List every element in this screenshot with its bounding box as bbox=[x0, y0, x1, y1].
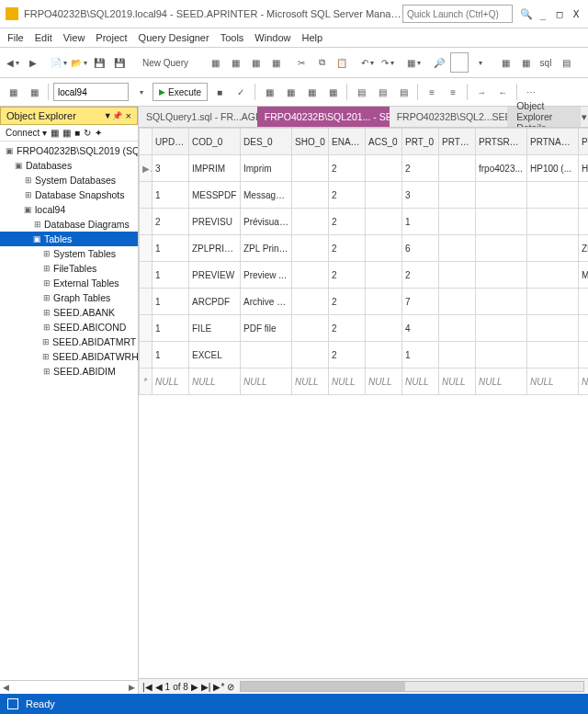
filter2-icon[interactable]: ▦ bbox=[62, 128, 71, 138]
cell[interactable]: 2 bbox=[402, 262, 439, 289]
cell[interactable]: Prévisuali... bbox=[241, 209, 292, 235]
pager-prev-icon[interactable]: ◀ bbox=[155, 682, 163, 692]
cell[interactable]: 3 bbox=[153, 155, 189, 182]
col-prtdrv[interactable]: PRTDRV_0 bbox=[579, 129, 589, 155]
cell[interactable] bbox=[366, 235, 402, 262]
find-combo[interactable] bbox=[450, 52, 469, 73]
cell[interactable] bbox=[366, 289, 402, 315]
menu-help[interactable]: Help bbox=[301, 32, 322, 43]
cell[interactable]: 6 bbox=[402, 235, 439, 262]
cell[interactable]: HP LaserJet 100 color M... bbox=[579, 155, 589, 182]
object-explorer-header[interactable]: Object Explorer ▼ 📌 × bbox=[0, 107, 138, 125]
copy-button[interactable]: ⧉ bbox=[312, 52, 331, 73]
quick-launch-input[interactable] bbox=[402, 5, 513, 23]
database-combo-dd[interactable] bbox=[131, 82, 150, 102]
cell[interactable]: NULL bbox=[476, 368, 527, 395]
cell[interactable]: Preview ... bbox=[241, 262, 292, 289]
row-selector[interactable] bbox=[140, 182, 153, 209]
cell[interactable]: 2 bbox=[329, 262, 366, 289]
cell[interactable]: NULL bbox=[292, 368, 329, 395]
pager-stop-icon[interactable]: ⊘ bbox=[227, 682, 234, 692]
maximize-button[interactable]: □ bbox=[553, 8, 566, 20]
indent-button[interactable]: → bbox=[472, 82, 491, 102]
opts-button-3[interactable]: ▦ bbox=[323, 82, 342, 102]
cell[interactable]: 2 bbox=[329, 289, 366, 315]
cell[interactable] bbox=[292, 289, 329, 315]
row-selector[interactable] bbox=[140, 315, 153, 342]
row-selector[interactable] bbox=[140, 235, 153, 262]
nav-fwd-button[interactable]: ▶ bbox=[24, 52, 42, 73]
cell[interactable]: ZPL Printer bbox=[241, 235, 292, 262]
cell[interactable] bbox=[439, 315, 476, 342]
cell[interactable]: ZPLPRIN... bbox=[189, 235, 241, 262]
cell[interactable] bbox=[241, 342, 292, 368]
tree-tables[interactable]: ▣Tables bbox=[0, 232, 138, 246]
cell[interactable] bbox=[439, 342, 476, 368]
col-updtick[interactable]: UPDTICK... bbox=[153, 129, 189, 155]
cell[interactable]: MESSPDF bbox=[189, 182, 241, 209]
cell[interactable]: 1 bbox=[153, 289, 189, 315]
tree-databases[interactable]: ▣Databases bbox=[0, 158, 138, 173]
col-enafl[interactable]: ENAFL... bbox=[329, 129, 366, 155]
col-prtzpl[interactable]: PRTZPL_0 bbox=[439, 129, 476, 155]
cell[interactable]: NULL bbox=[153, 368, 189, 395]
cell[interactable] bbox=[476, 235, 527, 262]
cell[interactable] bbox=[292, 342, 329, 368]
cell[interactable] bbox=[366, 262, 402, 289]
database-combo[interactable] bbox=[53, 83, 129, 101]
cell[interactable]: 2 bbox=[329, 235, 366, 262]
outdent-button[interactable]: ← bbox=[493, 82, 512, 102]
pager-last-icon[interactable]: ▶| bbox=[201, 682, 211, 692]
cell[interactable]: PREVIEW bbox=[189, 262, 241, 289]
cell[interactable]: 1 bbox=[153, 235, 189, 262]
cell[interactable] bbox=[527, 262, 579, 289]
col-sho[interactable]: SHO_0 bbox=[292, 129, 329, 155]
cell[interactable]: 1 bbox=[153, 182, 189, 209]
cell[interactable] bbox=[527, 235, 579, 262]
menu-view[interactable]: View bbox=[63, 32, 85, 43]
opts-button-2[interactable]: ▦ bbox=[302, 82, 321, 102]
results-grid[interactable]: UPDTICK... COD_0 DES_0 SHO_0 ENAFL... AC… bbox=[139, 128, 588, 678]
cell[interactable] bbox=[527, 315, 579, 342]
cell[interactable]: frpo4023... bbox=[476, 155, 527, 182]
cell[interactable]: NULL bbox=[241, 368, 292, 395]
solution-cfg[interactable]: ▦ bbox=[404, 52, 423, 73]
cell[interactable]: 7 bbox=[402, 289, 439, 315]
cell[interactable] bbox=[366, 315, 402, 342]
tree-table-abicond[interactable]: ⊞SEED.ABICOND bbox=[0, 320, 138, 334]
cell[interactable] bbox=[527, 342, 579, 368]
results-pane-button[interactable]: ▤ bbox=[557, 52, 575, 73]
cell[interactable]: 2 bbox=[153, 209, 189, 235]
cell[interactable]: 1 bbox=[153, 342, 189, 368]
cell[interactable] bbox=[366, 342, 402, 368]
cell[interactable] bbox=[439, 235, 476, 262]
search-icon[interactable]: 🔍 bbox=[520, 8, 533, 20]
cell[interactable] bbox=[292, 235, 329, 262]
tree-database-snapshots[interactable]: ⊞Database Snapshots bbox=[0, 187, 138, 202]
table-row[interactable]: 1MESSPDFMessage ...230290 bbox=[140, 182, 589, 209]
xmla-query-button[interactable]: ▦ bbox=[266, 52, 285, 73]
row-selector[interactable] bbox=[140, 289, 153, 315]
pin-icon[interactable]: 📌 bbox=[112, 111, 122, 120]
cell[interactable]: PDF file bbox=[241, 315, 292, 342]
uncomment-button[interactable]: ≡ bbox=[444, 82, 462, 102]
tab-sqlquery1[interactable]: SQLQuery1.sql - FR...AGEFR\frdepo (62))* bbox=[139, 107, 257, 127]
menu-edit[interactable]: Edit bbox=[35, 32, 52, 43]
cell[interactable]: IMPRIM bbox=[189, 155, 241, 182]
cell[interactable] bbox=[579, 182, 589, 209]
tree-file-tables[interactable]: ⊞FileTables bbox=[0, 261, 138, 276]
dropdown-icon[interactable]: ▼ bbox=[104, 111, 112, 120]
cell[interactable]: 2 bbox=[329, 182, 366, 209]
tab-aprinter[interactable]: FRPO40232B\SQL201... - SEED.APRINTER⁎× bbox=[257, 107, 390, 127]
cell[interactable]: 1 bbox=[402, 209, 439, 235]
row-selector[interactable]: * bbox=[140, 368, 153, 395]
table-row[interactable]: 2PREVISUPrévisuali...21090 bbox=[140, 209, 589, 235]
pager-next-icon[interactable]: ▶ bbox=[191, 682, 198, 692]
plan-button[interactable]: ▦ bbox=[260, 82, 278, 102]
cell[interactable]: NULL bbox=[189, 368, 241, 395]
table-row[interactable]: ▶3IMPRIMImprim22frpo4023...HP100 (...HP … bbox=[140, 155, 589, 182]
cell[interactable]: 2 bbox=[329, 209, 366, 235]
refresh-icon[interactable]: ↻ bbox=[84, 128, 91, 138]
menu-tools[interactable]: Tools bbox=[220, 32, 244, 43]
diagram-pane-button[interactable]: ▦ bbox=[496, 52, 514, 73]
